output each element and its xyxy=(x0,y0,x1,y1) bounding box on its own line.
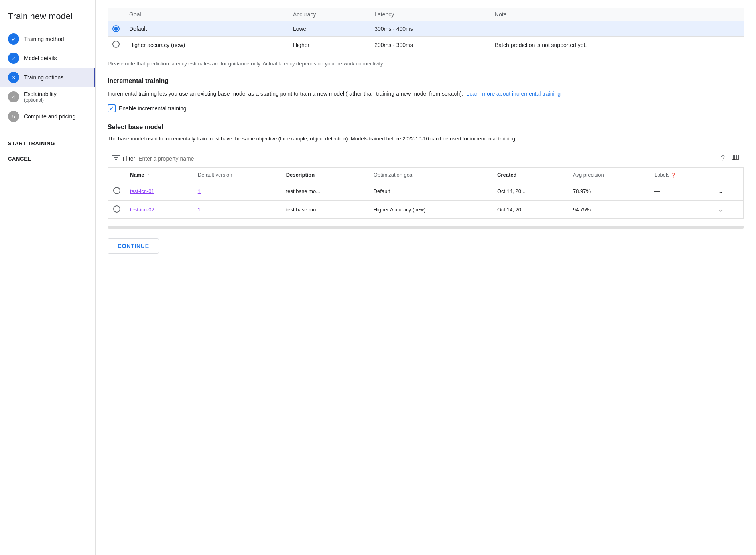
model-labels-1: — xyxy=(650,182,713,201)
step-4-icon: 4 xyxy=(8,91,19,102)
columns-icon[interactable] xyxy=(731,154,739,163)
radio-model-1[interactable] xyxy=(113,187,120,194)
svg-rect-5 xyxy=(737,155,738,160)
goal-default: Default xyxy=(124,21,288,37)
svg-rect-3 xyxy=(732,155,734,160)
sidebar-item-label: Training method xyxy=(24,36,64,42)
sidebar-item-compute-pricing[interactable]: 5 Compute and pricing xyxy=(0,107,95,126)
col-name[interactable]: Name ↑ xyxy=(125,168,193,182)
expand-row-1[interactable]: ⌄ xyxy=(718,188,723,195)
col-accuracy: Accuracy xyxy=(288,8,370,21)
col-note: Note xyxy=(490,8,744,21)
enable-incremental-checkbox-row[interactable]: ✓ Enable incremental training xyxy=(108,104,744,112)
select-base-heading: Select base model xyxy=(108,124,744,131)
model-created-1: Oct 14, 20... xyxy=(492,182,568,201)
incremental-description: Incremental training lets you use an exi… xyxy=(108,89,744,98)
model-avg-precision-1: 78.97% xyxy=(568,182,650,201)
incremental-link[interactable]: Learn more about incremental training xyxy=(467,91,561,97)
table-row[interactable]: test-icn-01 1 test base mo... Default Oc… xyxy=(108,182,744,201)
accuracy-default: Lower xyxy=(288,21,370,37)
sidebar-item-label: Model details xyxy=(24,55,57,61)
model-version-2[interactable]: 1 xyxy=(198,207,201,213)
radio-higher-accuracy[interactable] xyxy=(112,41,120,48)
filter-input[interactable] xyxy=(138,155,718,162)
sidebar-item-subtext: (optional) xyxy=(24,97,57,103)
col-optimization-goal: Optimization goal xyxy=(369,168,492,182)
table-scrollbar[interactable] xyxy=(108,226,744,229)
latency-default: 300ms - 400ms xyxy=(370,21,490,37)
checkmark-icon: ✓ xyxy=(109,105,114,111)
model-desc-2: test base mo... xyxy=(282,201,369,219)
checkbox-label: Enable incremental training xyxy=(119,105,187,112)
model-opt-goal-2: Higher Accuracy (new) xyxy=(369,201,492,219)
sidebar-item-label: Explainability xyxy=(24,91,57,97)
step-2-icon: ✓ xyxy=(8,53,19,64)
note-default xyxy=(490,21,744,37)
model-avg-precision-2: 94.75% xyxy=(568,201,650,219)
col-avg-precision: Avg precision xyxy=(568,168,650,182)
model-name-1[interactable]: test-icn-01 xyxy=(130,188,154,194)
sidebar-item-model-details[interactable]: ✓ Model details xyxy=(0,49,95,68)
model-opt-goal-1: Default xyxy=(369,182,492,201)
note-higher: Batch prediction is not supported yet. xyxy=(490,37,744,53)
optimization-goal-table: Goal Accuracy Latency Note Default Lower… xyxy=(108,8,744,53)
latency-note: Please note that prediction latency esti… xyxy=(108,60,744,68)
sidebar-item-label: Training options xyxy=(24,74,63,81)
filter-icon xyxy=(112,155,120,162)
latency-higher: 200ms - 300ms xyxy=(370,37,490,53)
model-table: Name ↑ Default version Description Optim… xyxy=(108,167,744,219)
table-row[interactable]: Default Lower 300ms - 400ms xyxy=(108,21,744,37)
accuracy-higher: Higher xyxy=(288,37,370,53)
sidebar-item-training-options[interactable]: 3 Training options xyxy=(0,68,95,87)
select-base-model-section: Select base model The base model used to… xyxy=(108,124,744,254)
sort-icon: ↑ xyxy=(147,173,150,177)
radio-model-2[interactable] xyxy=(113,205,120,213)
sidebar: Train new model ✓ Training method ✓ Mode… xyxy=(0,0,96,555)
incremental-training-section: Incremental training Incremental trainin… xyxy=(108,77,744,112)
goal-higher: Higher accuracy (new) xyxy=(124,37,288,53)
cancel-button[interactable]: CANCEL xyxy=(0,151,95,167)
expand-row-2[interactable]: ⌄ xyxy=(718,206,723,213)
model-table-wrapper: Name ↑ Default version Description Optim… xyxy=(108,167,744,219)
select-base-desc: The base model used to incrementally tra… xyxy=(108,135,744,143)
sidebar-item-training-method[interactable]: ✓ Training method xyxy=(0,30,95,49)
col-goal: Goal xyxy=(124,8,288,21)
col-description[interactable]: Description xyxy=(282,168,369,182)
sidebar-title: Train new model xyxy=(0,8,95,30)
svg-rect-4 xyxy=(734,155,736,160)
filter-label: Filter xyxy=(123,155,135,162)
table-row[interactable]: Higher accuracy (new) Higher 200ms - 300… xyxy=(108,37,744,53)
col-created[interactable]: Created xyxy=(492,168,568,182)
step-5-icon: 5 xyxy=(8,111,19,122)
step-3-icon: 3 xyxy=(8,72,19,83)
sidebar-item-label: Compute and pricing xyxy=(24,113,75,120)
filter-actions: ? xyxy=(721,154,739,163)
help-icon[interactable]: ? xyxy=(721,154,725,163)
model-desc-1: test base mo... xyxy=(282,182,369,201)
model-labels-2: — xyxy=(650,201,713,219)
model-name-2[interactable]: test-icn-02 xyxy=(130,207,154,213)
filter-bar: Filter ? xyxy=(108,150,744,167)
col-default-version: Default version xyxy=(193,168,282,182)
start-training-button[interactable]: START TRAINING xyxy=(0,136,95,151)
step-1-icon: ✓ xyxy=(8,33,19,45)
radio-default[interactable] xyxy=(112,25,120,32)
col-latency: Latency xyxy=(370,8,490,21)
incremental-heading: Incremental training xyxy=(108,77,744,85)
table-row[interactable]: test-icn-02 1 test base mo... Higher Acc… xyxy=(108,201,744,219)
main-content: Goal Accuracy Latency Note Default Lower… xyxy=(96,0,756,555)
enable-incremental-checkbox[interactable]: ✓ xyxy=(108,104,116,112)
model-created-2: Oct 14, 20... xyxy=(492,201,568,219)
sidebar-item-explainability[interactable]: 4 Explainability (optional) xyxy=(0,87,95,107)
model-version-1[interactable]: 1 xyxy=(198,188,201,194)
continue-button[interactable]: CONTINUE xyxy=(108,238,159,254)
col-labels: Labels ❓ xyxy=(650,168,713,182)
